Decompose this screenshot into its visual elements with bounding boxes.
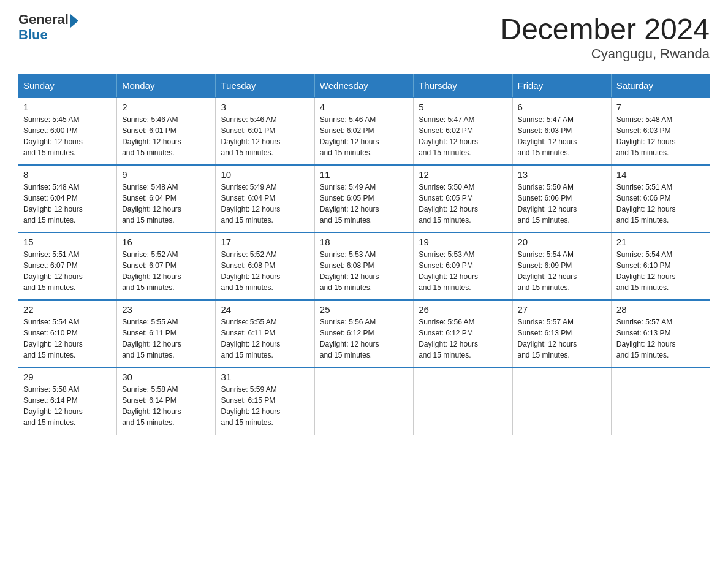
day-info: Sunrise: 5:46 AM Sunset: 6:01 PM Dayligh… [122,114,210,158]
table-row [314,367,413,435]
table-row: 4 Sunrise: 5:46 AM Sunset: 6:02 PM Dayli… [314,98,413,165]
day-number: 20 [518,237,606,247]
table-row: 8 Sunrise: 5:48 AM Sunset: 6:04 PM Dayli… [18,165,117,232]
day-number: 30 [122,372,210,382]
table-row: 24 Sunrise: 5:55 AM Sunset: 6:11 PM Dayl… [216,300,314,367]
day-number: 24 [221,304,309,315]
calendar-table: Sunday Monday Tuesday Wednesday Thursday… [18,74,710,435]
day-number: 2 [122,102,210,112]
day-info: Sunrise: 5:52 AM Sunset: 6:07 PM Dayligh… [122,249,210,293]
table-row: 26 Sunrise: 5:56 AM Sunset: 6:12 PM Dayl… [414,300,512,367]
day-number: 19 [419,237,507,247]
day-info: Sunrise: 5:47 AM Sunset: 6:02 PM Dayligh… [419,114,507,158]
day-number: 8 [23,169,112,180]
day-info: Sunrise: 5:55 AM Sunset: 6:11 PM Dayligh… [221,316,309,361]
day-info: Sunrise: 5:48 AM Sunset: 6:03 PM Dayligh… [616,114,705,158]
table-row: 28 Sunrise: 5:57 AM Sunset: 6:13 PM Dayl… [611,300,710,367]
calendar-week-row: 29 Sunrise: 5:58 AM Sunset: 6:14 PM Dayl… [18,367,710,435]
day-number: 3 [221,102,309,112]
day-info: Sunrise: 5:50 AM Sunset: 6:05 PM Dayligh… [419,182,507,226]
day-number: 7 [616,102,705,112]
table-row: 27 Sunrise: 5:57 AM Sunset: 6:13 PM Dayl… [512,300,611,367]
table-row: 13 Sunrise: 5:50 AM Sunset: 6:06 PM Dayl… [512,165,611,232]
day-number: 26 [419,304,507,315]
table-row: 31 Sunrise: 5:59 AM Sunset: 6:15 PM Dayl… [216,367,314,435]
day-number: 9 [122,169,210,180]
day-number: 28 [616,304,705,315]
day-info: Sunrise: 5:50 AM Sunset: 6:06 PM Dayligh… [518,182,606,226]
day-info: Sunrise: 5:48 AM Sunset: 6:04 PM Dayligh… [23,182,112,226]
table-row: 7 Sunrise: 5:48 AM Sunset: 6:03 PM Dayli… [611,98,710,165]
day-number: 29 [23,372,112,382]
header-wednesday: Wednesday [314,74,413,98]
table-row: 12 Sunrise: 5:50 AM Sunset: 6:05 PM Dayl… [414,165,512,232]
table-row: 10 Sunrise: 5:49 AM Sunset: 6:04 PM Dayl… [216,165,314,232]
day-number: 11 [320,169,408,180]
day-number: 22 [23,304,112,315]
day-info: Sunrise: 5:52 AM Sunset: 6:08 PM Dayligh… [221,249,309,293]
table-row: 6 Sunrise: 5:47 AM Sunset: 6:03 PM Dayli… [512,98,611,165]
table-row: 14 Sunrise: 5:51 AM Sunset: 6:06 PM Dayl… [611,165,710,232]
table-row: 17 Sunrise: 5:52 AM Sunset: 6:08 PM Dayl… [216,232,314,300]
day-info: Sunrise: 5:55 AM Sunset: 6:11 PM Dayligh… [122,316,210,361]
day-info: Sunrise: 5:46 AM Sunset: 6:02 PM Dayligh… [320,114,408,158]
table-row: 9 Sunrise: 5:48 AM Sunset: 6:04 PM Dayli… [117,165,216,232]
table-row: 29 Sunrise: 5:58 AM Sunset: 6:14 PM Dayl… [18,367,117,435]
day-info: Sunrise: 5:54 AM Sunset: 6:09 PM Dayligh… [518,249,606,293]
table-row: 19 Sunrise: 5:53 AM Sunset: 6:09 PM Dayl… [414,232,512,300]
day-info: Sunrise: 5:56 AM Sunset: 6:12 PM Dayligh… [320,316,408,361]
table-row: 25 Sunrise: 5:56 AM Sunset: 6:12 PM Dayl… [314,300,413,367]
table-row: 30 Sunrise: 5:58 AM Sunset: 6:14 PM Dayl… [117,367,216,435]
day-number: 27 [518,304,606,315]
day-info: Sunrise: 5:57 AM Sunset: 6:13 PM Dayligh… [518,316,606,361]
calendar-week-row: 22 Sunrise: 5:54 AM Sunset: 6:10 PM Dayl… [18,300,710,367]
header-monday: Monday [117,74,216,98]
day-info: Sunrise: 5:54 AM Sunset: 6:10 PM Dayligh… [23,316,112,361]
table-row: 15 Sunrise: 5:51 AM Sunset: 6:07 PM Dayl… [18,232,117,300]
table-row: 2 Sunrise: 5:46 AM Sunset: 6:01 PM Dayli… [117,98,216,165]
table-row: 16 Sunrise: 5:52 AM Sunset: 6:07 PM Dayl… [117,232,216,300]
day-info: Sunrise: 5:54 AM Sunset: 6:10 PM Dayligh… [616,249,705,293]
day-info: Sunrise: 5:59 AM Sunset: 6:15 PM Dayligh… [221,384,309,428]
day-number: 25 [320,304,408,315]
day-info: Sunrise: 5:53 AM Sunset: 6:09 PM Dayligh… [419,249,507,293]
day-number: 21 [616,237,705,247]
day-info: Sunrise: 5:49 AM Sunset: 6:05 PM Dayligh… [320,182,408,226]
day-info: Sunrise: 5:49 AM Sunset: 6:04 PM Dayligh… [221,182,309,226]
table-row: 22 Sunrise: 5:54 AM Sunset: 6:10 PM Dayl… [18,300,117,367]
table-row: 23 Sunrise: 5:55 AM Sunset: 6:11 PM Dayl… [117,300,216,367]
header-sunday: Sunday [18,74,117,98]
day-info: Sunrise: 5:58 AM Sunset: 6:14 PM Dayligh… [122,384,210,428]
day-number: 18 [320,237,408,247]
calendar-subtitle: Cyangugu, Rwanda [500,46,710,62]
day-info: Sunrise: 5:57 AM Sunset: 6:13 PM Dayligh… [616,316,705,361]
day-number: 23 [122,304,210,315]
day-info: Sunrise: 5:53 AM Sunset: 6:08 PM Dayligh… [320,249,408,293]
table-row: 5 Sunrise: 5:47 AM Sunset: 6:02 PM Dayli… [414,98,512,165]
header-saturday: Saturday [611,74,710,98]
day-number: 4 [320,102,408,112]
day-number: 17 [221,237,309,247]
day-number: 31 [221,372,309,382]
header-tuesday: Tuesday [216,74,314,98]
day-number: 6 [518,102,606,112]
day-info: Sunrise: 5:48 AM Sunset: 6:04 PM Dayligh… [122,182,210,226]
day-info: Sunrise: 5:51 AM Sunset: 6:07 PM Dayligh… [23,249,112,293]
calendar-week-row: 15 Sunrise: 5:51 AM Sunset: 6:07 PM Dayl… [18,232,710,300]
day-info: Sunrise: 5:58 AM Sunset: 6:14 PM Dayligh… [23,384,112,428]
table-row: 1 Sunrise: 5:45 AM Sunset: 6:00 PM Dayli… [18,98,117,165]
table-row: 3 Sunrise: 5:46 AM Sunset: 6:01 PM Dayli… [216,98,314,165]
table-row: 20 Sunrise: 5:54 AM Sunset: 6:09 PM Dayl… [512,232,611,300]
page-header: General Blue December 2024 Cyangugu, Rwa… [18,12,710,62]
day-info: Sunrise: 5:47 AM Sunset: 6:03 PM Dayligh… [518,114,606,158]
calendar-week-row: 1 Sunrise: 5:45 AM Sunset: 6:00 PM Dayli… [18,98,710,165]
table-row [414,367,512,435]
day-number: 1 [23,102,112,112]
day-info: Sunrise: 5:46 AM Sunset: 6:01 PM Dayligh… [221,114,309,158]
day-number: 10 [221,169,309,180]
day-number: 16 [122,237,210,247]
day-info: Sunrise: 5:45 AM Sunset: 6:00 PM Dayligh… [23,114,112,158]
calendar-week-row: 8 Sunrise: 5:48 AM Sunset: 6:04 PM Dayli… [18,165,710,232]
header-thursday: Thursday [414,74,512,98]
calendar-title-block: December 2024 Cyangugu, Rwanda [500,12,710,62]
